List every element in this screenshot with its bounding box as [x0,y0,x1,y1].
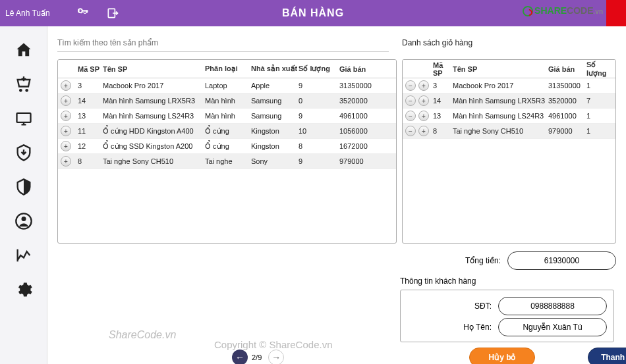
name-label: Họ Tên: [463,323,492,332]
user-name: Lê Anh Tuấn [5,9,50,18]
add-icon[interactable]: + [61,141,71,151]
product-row[interactable]: + 13Màn hình Samsung LS24R3Màn hình Sams… [58,109,396,124]
product-row[interactable]: + 12Ổ cứng SSD Kingston A200Ổ cứng Kings… [58,139,396,154]
sidebar [0,26,47,364]
main-content: Danh sách giỏ hàng Mã SP Tên SP Phân loạ… [47,26,626,364]
svg-rect-4 [16,113,30,122]
plus-icon[interactable]: + [418,95,429,106]
minus-icon[interactable]: − [405,111,416,121]
page-next[interactable]: → [268,350,284,364]
minus-icon[interactable]: − [405,80,416,91]
plus-icon[interactable]: + [418,80,429,91]
nav-user[interactable] [0,204,47,238]
add-icon[interactable]: + [61,126,71,136]
page-title: BÁN HÀNG [282,7,344,19]
search-input[interactable] [57,34,389,52]
add-icon[interactable]: + [61,156,71,167]
phone-label: SĐT: [474,301,492,311]
minus-icon[interactable]: − [405,95,416,106]
total-value: 61930000 [507,251,616,270]
cart-row[interactable]: −+ 14Màn hình Samsung LRX5R335200007 [403,93,615,109]
total-row: Tổng tiền: 61930000 [57,250,616,271]
product-row[interactable]: + 3Macbook Pro 2017Laptop Apple931350000 [58,78,396,93]
svg-point-6 [21,217,26,221]
add-icon[interactable]: + [61,111,71,121]
cart-row[interactable]: −+ 3Macbook Pro 2017313500001 [403,78,615,93]
pay-button[interactable]: Thanh toán [588,348,626,364]
nav-stats[interactable] [0,238,47,273]
product-header: Mã SP Tên SP Phân loại Nhà sản xuất Số l… [58,60,396,78]
nav-cart-add[interactable] [0,67,47,101]
close-button[interactable] [606,0,626,26]
nav-settings[interactable] [0,273,47,307]
name-input[interactable]: Nguyễn Xuân Tú [498,318,607,336]
customer-panel: SĐT: 0988888888 Họ Tên: Nguyễn Xuân Tú [400,290,614,342]
nav-monitor[interactable] [0,101,47,136]
product-row[interactable]: + 14Màn hình Samsung LRX5R3Màn hình Sams… [58,93,396,109]
cancel-button[interactable]: Hủy bỏ [469,348,535,364]
total-label: Tổng tiền: [465,256,501,265]
minus-icon[interactable]: − [405,126,416,136]
svg-point-0 [78,9,82,13]
phone-input[interactable]: 0988888888 [498,297,607,315]
topbar: Lê Anh Tuấn BÁN HÀNG SHARECODE.vn [0,0,626,26]
cart-header: Mã SP Tên SP Giá bán Số lượng [403,60,615,78]
svg-rect-2 [86,11,88,13]
plus-icon[interactable]: + [418,111,429,121]
key-icon[interactable] [76,5,90,21]
logout-icon[interactable] [106,7,119,20]
add-icon[interactable]: + [61,80,71,91]
cart-row[interactable]: −+ 13Màn hình Samsung LS24R349610001 [403,109,615,124]
cart-row[interactable]: −+ 8Tai nghe Sony CH5109790001 [403,124,615,139]
product-row[interactable]: + 11Ổ cứng HDD Kingston A400Ổ cứng Kings… [58,124,396,139]
nav-import[interactable] [0,136,47,170]
cart-table: Mã SP Tên SP Giá bán Số lượng −+ 3Macboo… [402,59,616,244]
page-prev[interactable]: ← [232,350,248,364]
product-table: Mã SP Tên SP Phân loại Nhà sản xuất Số l… [57,59,397,244]
pager: ← 2/9 → [232,350,284,364]
plus-icon[interactable]: + [418,126,429,136]
nav-home[interactable] [0,33,47,67]
add-icon[interactable]: + [61,95,71,106]
nav-shield[interactable] [0,170,47,204]
watermark-logo: SHARECODE.vn [523,5,603,16]
cart-title: Danh sách giỏ hàng [402,38,616,47]
product-row[interactable]: + 8Tai nghe Sony CH510Tai nghe Sony99790… [58,154,396,169]
customer-title: Thông tin khách hàng [400,276,616,286]
page-text: 2/9 [252,353,262,361]
